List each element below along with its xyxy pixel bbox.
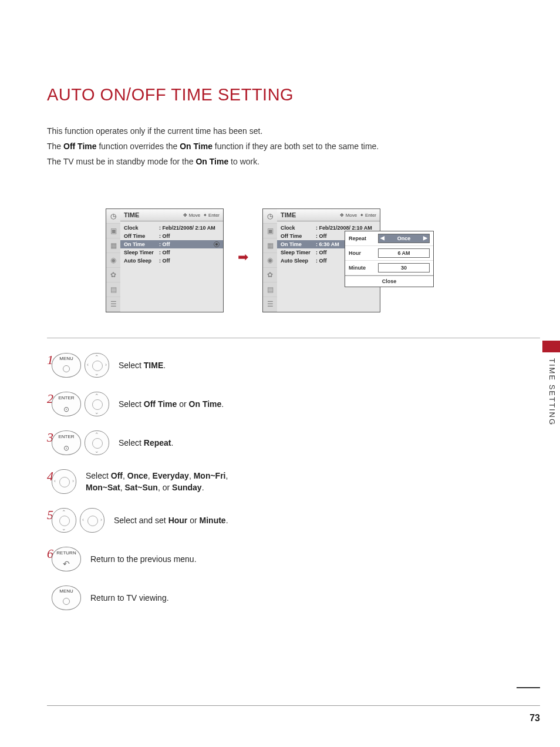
t: Auto Sleep	[124, 258, 159, 264]
section-label: TIME SETTING	[548, 358, 556, 426]
dpad-horizontal-icon: ⌃⌄‹›	[52, 469, 76, 494]
triangle-right-icon: ▶	[423, 235, 427, 241]
t: Everyday	[153, 471, 189, 480]
t: , or	[158, 483, 172, 492]
t: ENTER	[52, 395, 80, 401]
sidebar-icon: ☰	[106, 297, 120, 312]
minute-value: 30	[378, 263, 430, 272]
t: MENU	[52, 588, 80, 594]
divider	[47, 338, 540, 338]
t: On Time	[281, 241, 316, 247]
intro-line1: This function operates only if the curre…	[47, 126, 262, 136]
dpad-horizontal-icon: ⌃⌄‹›	[80, 508, 104, 533]
t: Off Time	[281, 233, 316, 239]
t: .	[163, 361, 166, 370]
t: .	[171, 438, 174, 447]
t: ,	[148, 471, 153, 480]
sidebar-icon: ▣	[263, 224, 277, 238]
t: Enter	[365, 213, 376, 218]
dot-icon	[63, 365, 70, 372]
t: Off	[159, 258, 220, 264]
dpad-vertical-icon: ⌃⌄‹›	[85, 392, 109, 416]
popover-row: Hour 6 AM	[345, 246, 433, 261]
step-text: Select TIME.	[119, 359, 166, 371]
t: Hour	[168, 516, 188, 525]
t: Mon~Sat	[86, 483, 120, 492]
t: Off Time	[63, 142, 97, 151]
osd-sidebar: ◷ ▣ ▦ ◉ ✿ ▤ ☰	[263, 209, 277, 312]
t: Feb/21/2008/ 2:10 AM	[316, 225, 376, 231]
steps: 1 MENU ⌃⌄‹› Select TIME. 2 ENTER ⌃⌄‹› Se…	[47, 352, 376, 624]
sidebar-icon: ▤	[263, 282, 277, 297]
page-number: 73	[529, 713, 540, 724]
t: Off Time	[144, 399, 177, 409]
sidebar-icon: ✿	[106, 268, 120, 282]
sidebar-icon: ▤	[106, 282, 120, 297]
step-text: Select Off Time or On Time.	[119, 398, 224, 410]
step-4: 4 ⌃⌄‹› Select Off, Once, Everyday, Mon~F…	[47, 469, 376, 494]
t: Minute	[349, 265, 378, 271]
t: Off	[159, 250, 220, 255]
t: The	[47, 142, 63, 151]
sidebar-icon: ✿	[263, 268, 277, 282]
osd-header: TIME ✥ Move ✦ Enter	[120, 209, 223, 221]
t: On Time	[195, 157, 228, 166]
t: Clock	[281, 225, 316, 231]
t: Off	[159, 241, 214, 247]
t: Hour	[349, 250, 378, 256]
osd-title: TIME	[124, 211, 139, 218]
step-3: 3 ENTER ⌃⌄‹› Select Repeat.	[47, 430, 376, 456]
t: MENU	[52, 356, 80, 361]
clock-icon: ◷	[263, 209, 277, 224]
page-title: AUTO ON/OFF TIME SETTING	[47, 85, 294, 105]
t: Select	[119, 438, 144, 447]
t: Select and set	[114, 516, 168, 525]
t: function overrides the	[97, 142, 180, 151]
t: Select	[119, 361, 144, 370]
osd-sidebar: ◷ ▣ ▦ ◉ ✿ ▤ ☰	[106, 209, 120, 312]
osd-row: Off TimeOff	[120, 232, 223, 240]
step-text: Select and set Hour or Minute.	[114, 514, 228, 526]
t: Feb/21/2008/ 2:10 AM	[159, 225, 220, 231]
osd-row-selected: On TimeOff	[120, 240, 223, 248]
arrow-right-icon: ➡	[238, 250, 248, 265]
sidebar-icon: ▣	[106, 224, 120, 238]
t: Enter	[208, 213, 220, 218]
radio-icon	[214, 241, 220, 247]
triangle-left-icon: ◀	[380, 235, 384, 241]
t: Move	[346, 213, 357, 218]
osd-title: TIME	[281, 211, 296, 218]
t: .	[226, 516, 228, 525]
sidebar-icon: ▦	[263, 238, 277, 253]
t: Sleep Timer	[124, 250, 159, 255]
time-popover: Repeat ◀Once▶ Hour 6 AM Minute 30 Close	[345, 231, 434, 287]
t: .	[221, 399, 224, 409]
t: Repeat	[349, 235, 378, 241]
popover-row: Repeat ◀Once▶	[345, 231, 433, 246]
t: The TV must be in standby mode for the	[47, 157, 195, 166]
dpad-vertical-icon: ⌃⌄‹›	[52, 508, 76, 533]
t: TIME	[144, 361, 163, 370]
t: Once	[397, 235, 411, 241]
step-text: Return to TV viewing.	[90, 592, 169, 604]
t: Sunday	[172, 483, 202, 492]
t: Auto Sleep	[281, 258, 316, 264]
osd-after-wrapper: ◷ ▣ ▦ ◉ ✿ ▤ ☰ TIME ✥ Move ✦ Enter ClockF…	[262, 208, 380, 312]
popover-row: Minute 30	[345, 261, 433, 275]
sidebar-icon: ▦	[106, 238, 120, 253]
t: Sat~Sun	[125, 483, 158, 492]
t: ENTER	[52, 434, 80, 439]
dpad-vertical-icon: ⌃⌄‹›	[85, 430, 109, 455]
step-text: Return to the previous menu.	[90, 553, 197, 565]
t: Off	[159, 233, 220, 239]
t: Minute	[200, 516, 226, 525]
intro-text: This function operates only if the curre…	[47, 123, 379, 169]
t: ,	[123, 471, 127, 480]
osd-hints: ✥ Move ✦ Enter	[183, 213, 220, 218]
t: Select	[86, 471, 111, 480]
section-tab	[542, 341, 560, 352]
dpad-icon: ⌃⌄‹›	[85, 353, 109, 378]
sidebar-icon: ☰	[263, 297, 277, 312]
step-7: MENU Return to TV viewing.	[47, 585, 376, 611]
step-5: 5 ⌃⌄‹› ⌃⌄‹› Select and set Hour or Minut…	[47, 507, 376, 533]
